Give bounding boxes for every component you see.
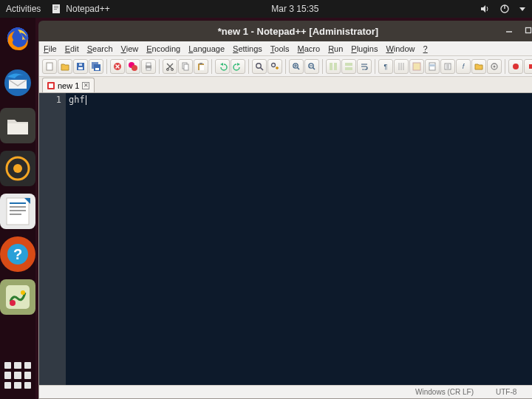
stop-macro-button[interactable]: [524, 59, 532, 74]
text-caret: [86, 95, 86, 105]
clock[interactable]: Mar 3 15:35: [110, 4, 480, 14]
svg-marker-4: [481, 5, 485, 13]
svg-rect-66: [345, 63, 352, 66]
copy-button[interactable]: [178, 59, 193, 74]
dock-files[interactable]: [0, 108, 35, 143]
text-editor[interactable]: 1 ghf: [39, 93, 532, 385]
dock-libreoffice-writer[interactable]: [0, 194, 35, 229]
svg-line-55: [261, 67, 264, 70]
status-eol: Windows (CR LF): [415, 388, 474, 396]
svg-rect-34: [95, 68, 99, 70]
maximize-button[interactable]: [521, 23, 532, 38]
menu-file[interactable]: File: [44, 44, 57, 53]
indent-guide-button[interactable]: [394, 59, 409, 74]
document-tab[interactable]: new 1 ✕: [42, 78, 95, 92]
zoom-in-button[interactable]: [289, 59, 304, 74]
close-file-button[interactable]: [110, 59, 125, 74]
dock-firefox[interactable]: [0, 22, 35, 58]
status-bar: Windows (CR LF) UTF-8 INS: [39, 385, 532, 398]
menu-settings[interactable]: Settings: [233, 44, 262, 53]
menu-window[interactable]: Window: [386, 44, 415, 53]
print-button[interactable]: [141, 59, 156, 74]
volume-icon[interactable]: [480, 4, 491, 14]
svg-line-63: [313, 67, 316, 69]
svg-rect-2: [54, 7, 58, 8]
menu-macro[interactable]: Macro: [298, 44, 321, 53]
doc-list-button[interactable]: [440, 59, 455, 74]
monitor-button[interactable]: [487, 59, 502, 74]
minimize-button[interactable]: [502, 23, 516, 38]
doc-map-button[interactable]: [425, 59, 440, 74]
dock-rhythmbox[interactable]: [0, 151, 35, 186]
window-titlebar[interactable]: *new 1 - Notepad++ [Administrator]: [38, 21, 532, 41]
svg-rect-64: [330, 63, 332, 70]
document-tab-bar: new 1 ✕: [39, 77, 532, 93]
show-chars-button[interactable]: ¶: [378, 59, 393, 74]
redo-button[interactable]: [231, 59, 245, 74]
svg-rect-17: [10, 214, 21, 215]
activities-button[interactable]: Activities: [6, 4, 41, 14]
svg-rect-48: [184, 64, 188, 70]
save-button[interactable]: [73, 59, 88, 74]
notepad-icon: [51, 4, 61, 14]
power-icon[interactable]: [499, 4, 510, 14]
svg-rect-3: [54, 9, 57, 10]
show-applications-button[interactable]: [4, 362, 31, 389]
menu-edit[interactable]: Edit: [65, 44, 79, 53]
dock-thunderbird[interactable]: [0, 65, 35, 100]
caret-down-icon[interactable]: [519, 5, 526, 13]
close-all-button[interactable]: [126, 59, 140, 74]
paste-button[interactable]: [194, 59, 208, 74]
save-all-button[interactable]: [89, 59, 103, 74]
svg-marker-68: [362, 69, 364, 70]
svg-marker-52: [220, 63, 223, 66]
menu-tools[interactable]: Tools: [270, 44, 290, 53]
sync-v-button[interactable]: [326, 59, 341, 74]
zoom-out-button[interactable]: [304, 59, 319, 74]
svg-point-82: [494, 65, 496, 67]
svg-rect-25: [526, 28, 531, 33]
folder-button[interactable]: [471, 59, 486, 74]
wrap-button[interactable]: [357, 59, 372, 74]
svg-line-60: [298, 67, 300, 69]
menu-bar: FileEditSearchViewEncodingLanguageSettin…: [39, 41, 532, 56]
menu-view[interactable]: View: [121, 44, 139, 53]
svg-rect-14: [10, 202, 26, 204]
open-file-button[interactable]: [58, 59, 72, 74]
tab-close-icon[interactable]: ✕: [82, 82, 89, 89]
sync-h-button[interactable]: [341, 59, 356, 74]
undo-button[interactable]: [215, 59, 230, 74]
svg-point-39: [132, 65, 137, 71]
menu-plugins[interactable]: Plugins: [351, 44, 378, 53]
svg-rect-50: [200, 65, 204, 70]
find-button[interactable]: [252, 59, 267, 74]
svg-point-46: [171, 68, 173, 70]
svg-rect-51: [200, 63, 202, 64]
svg-rect-84: [529, 64, 532, 69]
menu-language[interactable]: Language: [188, 44, 225, 53]
menu-encoding[interactable]: Encoding: [146, 44, 180, 53]
dock-wine-app[interactable]: [0, 279, 35, 315]
svg-rect-65: [334, 63, 337, 70]
replace-button[interactable]: [267, 59, 282, 74]
app-indicator[interactable]: Notepad++: [51, 4, 109, 14]
svg-rect-67: [345, 67, 352, 70]
cut-button[interactable]: [163, 59, 177, 74]
code-text: ghf: [69, 95, 85, 105]
user-lang-button[interactable]: [409, 59, 424, 74]
line-number-gutter: 1: [39, 93, 66, 385]
dock-help[interactable]: ?: [0, 236, 35, 272]
svg-rect-16: [10, 210, 26, 211]
code-area[interactable]: ghf: [66, 93, 532, 385]
ubuntu-dock: ?: [0, 18, 35, 399]
svg-rect-28: [47, 63, 52, 70]
svg-text:¶: ¶: [384, 63, 388, 70]
svg-point-56: [272, 63, 276, 66]
menu-run[interactable]: Run: [328, 44, 343, 53]
func-list-button[interactable]: f: [456, 59, 471, 74]
menu-[interactable]: ?: [423, 44, 428, 53]
new-file-button[interactable]: [42, 59, 57, 74]
menu-search[interactable]: Search: [87, 44, 113, 53]
svg-rect-75: [429, 64, 435, 66]
record-macro-button[interactable]: [508, 59, 523, 74]
